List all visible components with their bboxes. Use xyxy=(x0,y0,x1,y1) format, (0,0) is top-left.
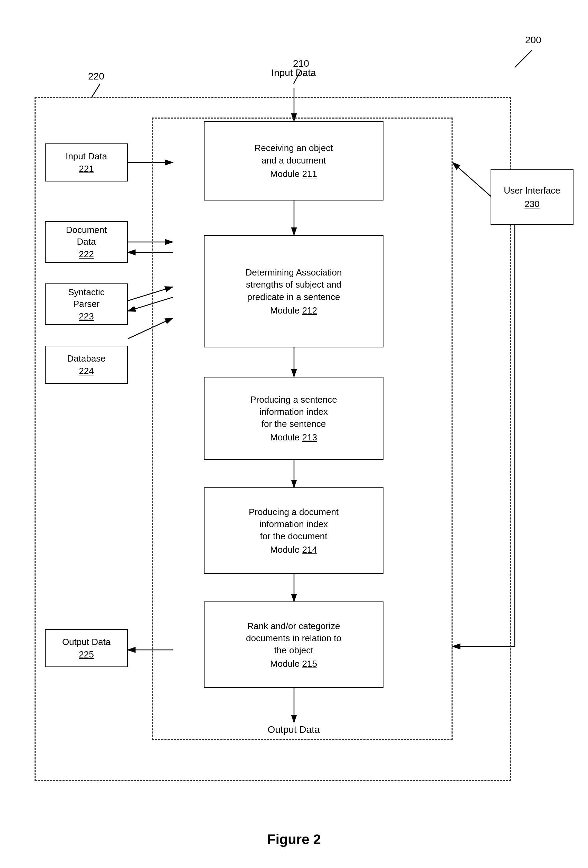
module-211-title: Receiving an objectand a document xyxy=(255,142,333,166)
ref-200: 200 xyxy=(525,35,541,46)
module-213-title: Producing a sentenceinformation indexfor… xyxy=(250,394,337,430)
module-212-title: Determining Associationstrengths of subj… xyxy=(246,267,342,303)
svg-line-2 xyxy=(515,50,532,67)
syntactic-parser-223-box: SyntacticParser 223 xyxy=(45,283,128,325)
document-data-222-title: DocumentData xyxy=(66,224,107,248)
input-data-221-title: Input Data xyxy=(66,151,107,162)
document-data-222-box: DocumentData 222 xyxy=(45,221,128,263)
module-215-title: Rank and/or categorizedocuments in relat… xyxy=(246,620,341,657)
database-224-title: Database xyxy=(67,353,105,365)
module-214-title: Producing a documentinformation indexfor… xyxy=(249,506,339,542)
syntactic-parser-223-title: SyntacticParser xyxy=(68,286,105,310)
module-214-num: Module 214 xyxy=(270,545,317,555)
syntactic-parser-223-num: 223 xyxy=(79,311,94,322)
output-data-225-box: Output Data 225 xyxy=(45,629,128,667)
document-data-222-num: 222 xyxy=(79,249,94,260)
input-data-221-box: Input Data 221 xyxy=(45,143,128,182)
diagram-container: 200 220 210 Input Data Receiving an obje… xyxy=(0,0,588,868)
database-224-num: 224 xyxy=(79,366,94,376)
input-data-top-label: Input Data xyxy=(259,67,328,78)
module-213-box: Producing a sentenceinformation indexfor… xyxy=(204,377,383,460)
module-211-num: Module 211 xyxy=(270,169,317,179)
figure-caption: Figure 2 xyxy=(0,832,588,847)
output-data-225-num: 225 xyxy=(79,649,94,660)
module-212-box: Determining Associationstrengths of subj… xyxy=(204,235,383,347)
module-211-box: Receiving an objectand a document Module… xyxy=(204,121,383,201)
module-215-num: Module 215 xyxy=(270,658,317,669)
output-data-bottom-label: Output Data xyxy=(259,724,328,735)
module-214-box: Producing a documentinformation indexfor… xyxy=(204,487,383,574)
input-data-221-num: 221 xyxy=(79,164,94,174)
module-215-box: Rank and/or categorizedocuments in relat… xyxy=(204,601,383,688)
svg-line-3 xyxy=(91,84,100,97)
user-interface-230-num: 230 xyxy=(525,199,539,210)
output-data-225-title: Output Data xyxy=(62,636,111,648)
database-224-box: Database 224 xyxy=(45,346,128,384)
module-213-num: Module 213 xyxy=(270,432,317,443)
user-interface-230-box: User Interface 230 xyxy=(491,170,573,225)
user-interface-230-title: User Interface xyxy=(504,185,560,197)
module-212-num: Module 212 xyxy=(270,305,317,316)
ref-220: 220 xyxy=(88,71,104,82)
